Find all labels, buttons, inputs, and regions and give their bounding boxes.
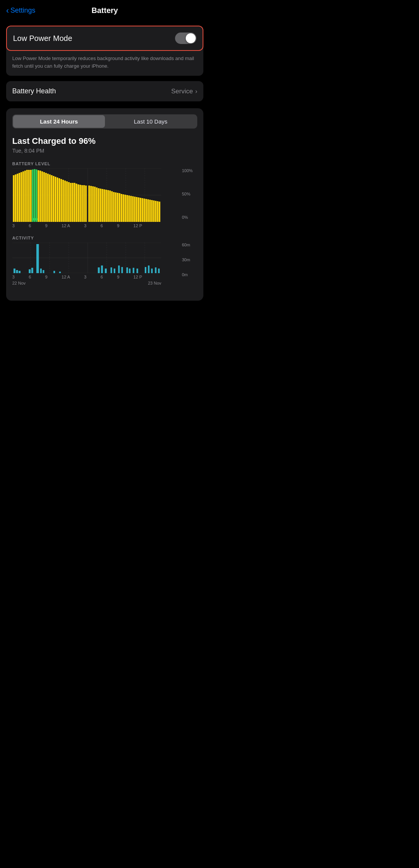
svg-rect-21 (34, 169, 35, 222)
x-label-3am: 3 (12, 223, 15, 228)
battery-level-chart (12, 168, 161, 222)
battery-health-label: Battery Health (12, 87, 56, 95)
svg-rect-17 (26, 170, 28, 222)
battery-chart-label: BATTERY LEVEL (12, 161, 197, 166)
svg-rect-122 (155, 267, 156, 273)
svg-rect-119 (145, 267, 146, 273)
svg-rect-33 (57, 178, 58, 222)
svg-rect-62 (113, 192, 115, 222)
svg-rect-84 (155, 201, 156, 222)
svg-rect-77 (142, 198, 143, 222)
x-label-12a: 12 A (62, 223, 70, 228)
svg-rect-79 (146, 199, 147, 222)
svg-rect-53 (96, 187, 98, 222)
svg-rect-56 (101, 189, 103, 222)
svg-rect-72 (132, 196, 134, 222)
tab-selector[interactable]: Last 24 Hours Last 10 Days (12, 114, 197, 129)
svg-rect-106 (54, 271, 55, 273)
battery-health-right: Service › (171, 88, 197, 95)
svg-rect-25 (41, 171, 43, 222)
battery-health-card[interactable]: Battery Health Service › (6, 81, 203, 101)
battery-y-labels: 100% 50% 0% (180, 168, 197, 228)
svg-rect-49 (88, 186, 90, 222)
tab-10d[interactable]: Last 10 Days (105, 115, 197, 128)
svg-rect-69 (126, 195, 128, 222)
stats-card: Last 24 Hours Last 10 Days Last Charged … (6, 108, 203, 301)
svg-rect-28 (47, 174, 49, 222)
low-power-mode-toggle[interactable] (175, 33, 196, 44)
svg-rect-26 (43, 172, 45, 222)
svg-rect-51 (92, 186, 94, 222)
svg-rect-35 (61, 179, 62, 222)
act-y-60m: 60m (182, 243, 197, 247)
svg-rect-10 (13, 175, 15, 222)
svg-rect-24 (39, 171, 41, 222)
svg-rect-64 (117, 193, 118, 222)
svg-rect-61 (111, 191, 113, 222)
tab-24h[interactable]: Last 24 Hours (13, 115, 105, 128)
x-label-9am: 9 (45, 223, 47, 228)
back-button[interactable]: ‹ Settings (6, 7, 35, 15)
svg-rect-40 (70, 183, 72, 222)
act-x-12p: 12 P (133, 275, 142, 279)
act-y-30m: 30m (182, 257, 197, 262)
tab-24h-label: Last 24 Hours (40, 118, 78, 125)
charge-subtitle: Tue, 8:04 PM (12, 148, 197, 154)
header: ‹ Settings Battery (0, 0, 210, 19)
svg-rect-103 (36, 244, 39, 273)
svg-rect-65 (119, 193, 120, 222)
svg-rect-80 (147, 199, 149, 222)
svg-rect-63 (115, 192, 116, 222)
svg-rect-87 (32, 218, 38, 220)
svg-rect-107 (59, 272, 61, 273)
svg-rect-105 (43, 270, 44, 273)
svg-rect-43 (76, 184, 77, 222)
svg-rect-34 (59, 178, 60, 222)
svg-rect-45 (79, 185, 81, 222)
act-x-6am: 6 (29, 275, 31, 279)
date-22nov: 22 Nov (12, 281, 26, 285)
svg-rect-13 (19, 173, 20, 222)
x-label-6am: 6 (29, 223, 31, 228)
svg-rect-36 (62, 180, 64, 222)
svg-rect-108 (98, 267, 100, 273)
svg-rect-48 (85, 186, 87, 222)
y-label-100: 100% (182, 168, 197, 173)
svg-rect-110 (105, 269, 107, 273)
page-title: Battery (92, 6, 118, 15)
low-power-mode-label: Low Power Mode (13, 34, 72, 43)
svg-rect-81 (149, 200, 151, 222)
svg-rect-70 (128, 195, 130, 222)
svg-rect-121 (151, 269, 153, 273)
svg-rect-19 (30, 170, 31, 222)
svg-rect-30 (51, 175, 52, 222)
svg-rect-111 (111, 267, 112, 273)
svg-rect-102 (31, 268, 33, 273)
svg-rect-100 (19, 271, 21, 273)
svg-rect-86 (159, 202, 160, 222)
date-23nov: 23 Nov (148, 281, 161, 285)
battery-level-section: BATTERY LEVEL (12, 161, 197, 228)
svg-rect-12 (17, 174, 18, 222)
y-label-50: 50% (182, 192, 197, 196)
svg-rect-39 (68, 182, 70, 222)
tab-10d-label: Last 10 Days (134, 118, 167, 125)
svg-rect-37 (64, 181, 66, 222)
svg-rect-44 (77, 184, 79, 222)
svg-rect-74 (136, 197, 137, 222)
toggle-knob (186, 33, 196, 43)
charge-title: Last Charged to 96% (12, 136, 197, 146)
low-power-mode-row[interactable]: Low Power Mode (6, 26, 203, 51)
x-label-9pm: 9 (117, 223, 119, 228)
y-label-0: 0% (182, 215, 197, 220)
svg-rect-67 (123, 194, 124, 222)
activity-section: ACTIVITY (12, 236, 197, 285)
svg-rect-42 (74, 183, 75, 222)
battery-health-row[interactable]: Battery Health Service › (6, 81, 203, 101)
svg-rect-104 (40, 269, 42, 273)
svg-rect-83 (153, 200, 154, 222)
svg-rect-27 (45, 173, 47, 222)
svg-rect-14 (21, 172, 22, 222)
svg-rect-60 (109, 191, 111, 222)
svg-rect-20 (32, 169, 33, 222)
